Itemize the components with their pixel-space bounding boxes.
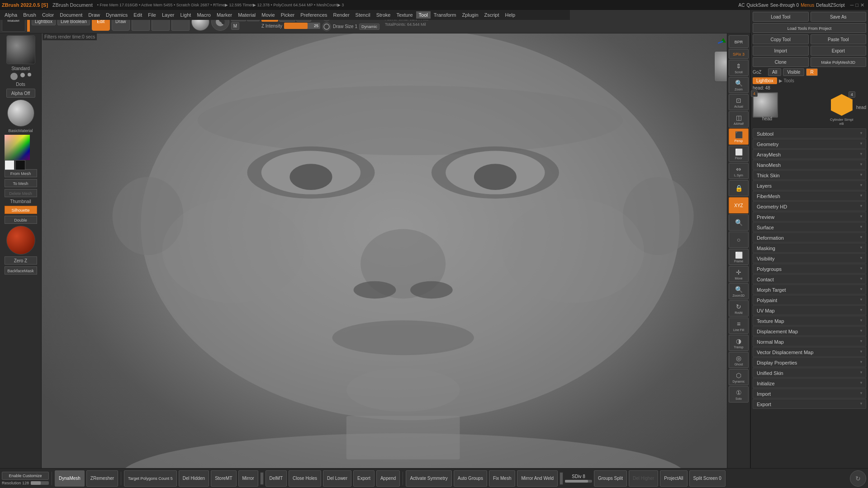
ac-label[interactable]: AC	[739, 3, 745, 8]
to-mesh-btn[interactable]: To Mesh	[5, 179, 37, 187]
tool-list-item-polypaint[interactable]: Polypaint▼	[753, 295, 866, 305]
del-mt-btn[interactable]: DelMT	[266, 470, 287, 487]
zero-z-btn[interactable]: Zero Z	[5, 256, 37, 265]
menu-stroke[interactable]: Stroke	[374, 11, 394, 19]
goz-r-btn[interactable]: R	[806, 68, 817, 76]
ghost-btn[interactable]: ◎ Ghost	[729, 352, 749, 368]
del-lower-btn[interactable]: Del Lower	[323, 470, 351, 487]
menu-tool[interactable]: Tool	[416, 11, 431, 19]
menu-stencil[interactable]: Stencil	[353, 11, 373, 19]
goz-all-btn[interactable]: All	[768, 68, 781, 76]
menu-zplugin[interactable]: Zplugin	[459, 11, 481, 19]
rotat-btn[interactable]: ↻ RotAt	[729, 300, 749, 317]
menu-picker[interactable]: Picker	[278, 11, 298, 19]
xyz-btn[interactable]: XYZ	[729, 197, 749, 213]
menus-btn[interactable]: Menus	[801, 3, 814, 8]
menu-zscript[interactable]: Zscript	[482, 11, 502, 19]
tool-list-item-visibility[interactable]: Visibility▼	[753, 253, 866, 263]
nav-orbit-btn[interactable]: ↻	[850, 470, 866, 487]
menu-light[interactable]: Light	[178, 11, 194, 19]
drawsize-icon[interactable]	[322, 22, 331, 31]
menu-color[interactable]: Color	[39, 11, 57, 19]
swatch-black[interactable]	[15, 160, 25, 170]
tool-list-item-geometry-hd[interactable]: Geometry HD▼	[753, 201, 866, 211]
delete-mesh-btn[interactable]: Delete Mesh	[5, 189, 37, 197]
material-sphere[interactable]	[7, 99, 34, 127]
tool-list-item-morph-target[interactable]: Morph Target▼	[753, 284, 866, 294]
menu-layer[interactable]: Layer	[159, 11, 177, 19]
color-picker[interactable]	[5, 135, 37, 167]
swatch-white[interactable]	[5, 160, 14, 170]
paste-tool-btn[interactable]: Paste Tool	[811, 34, 867, 44]
menu-texture[interactable]: Texture	[394, 11, 415, 19]
menu-draw[interactable]: Draw	[85, 11, 103, 19]
tool-list-item-export[interactable]: Export▼	[753, 399, 866, 409]
append-btn[interactable]: Append	[376, 470, 400, 487]
import-btn[interactable]: Import	[753, 46, 809, 56]
del-higher-btn[interactable]: Del Higher	[629, 470, 658, 487]
floor-btn[interactable]: ⬜ Floor	[729, 146, 749, 162]
tool-list-item-vector-displacement-map[interactable]: Vector Displacement Map▼	[753, 347, 866, 357]
project-all-btn[interactable]: ProjectAll	[660, 470, 687, 487]
lsym-btn[interactable]: ⇔ L.Sym	[729, 163, 749, 179]
circle-btn[interactable]: ○	[729, 232, 749, 248]
silhouette-btn[interactable]: Silhouette	[5, 206, 37, 214]
load-tool-btn[interactable]: Load Tool	[753, 12, 809, 22]
menu-brush[interactable]: Brush	[20, 11, 39, 19]
quicksave-btn[interactable]: QuickSave	[746, 3, 768, 8]
spix-btn[interactable]: SPix 3	[729, 49, 749, 59]
tool-list-item-geometry[interactable]: Geometry▼	[753, 139, 866, 149]
magnify-btn[interactable]: 🔍	[729, 214, 749, 231]
dynamic-btn[interactable]: Dynamic	[359, 24, 379, 30]
tool-list-item-preview[interactable]: Preview▼	[753, 212, 866, 222]
mirror-btn[interactable]: Mirror	[238, 470, 258, 487]
dynamesh-btn[interactable]: DynaMesh	[55, 470, 85, 487]
sdiv-slider[interactable]	[565, 480, 592, 483]
m-btn[interactable]: M	[231, 22, 239, 30]
make-polymesh-btn[interactable]: Make PolyMesh3D	[811, 57, 867, 67]
dynamic-3d-btn[interactable]: ⬡ Dynamic	[729, 369, 749, 385]
z-intensity-slider[interactable]: 25	[284, 23, 320, 29]
copy-tool-btn[interactable]: Copy Tool	[753, 34, 809, 44]
menu-preferences[interactable]: Preferences	[298, 11, 330, 19]
scroll-btn[interactable]: ⇕ Scroll	[729, 60, 749, 76]
tool-list-item-unified-skin[interactable]: Unified Skin▼	[753, 368, 866, 378]
del-hidden-btn[interactable]: Del Hidden	[179, 470, 209, 487]
menu-marker[interactable]: Marker	[214, 11, 235, 19]
persp-btn[interactable]: ⬛ Persp	[729, 128, 749, 145]
lock-btn[interactable]: 🔒	[729, 180, 749, 196]
close-btn[interactable]: ✕	[860, 2, 864, 8]
maximize-btn[interactable]: □	[855, 2, 859, 8]
defaultzscript-btn[interactable]: DefaultZScript	[816, 3, 844, 8]
double-btn[interactable]: Double	[5, 216, 37, 224]
tool-list-item-fibermesh[interactable]: FiberMesh▼	[753, 191, 866, 201]
tool-list-item-nanomesh[interactable]: NanoMesh▼	[753, 160, 866, 170]
fix-mesh-btn[interactable]: Fix Mesh	[489, 470, 516, 487]
lightbox-tools-btn[interactable]: Lightbox	[753, 77, 777, 84]
menu-alpha[interactable]: Alpha	[2, 11, 20, 19]
from-mesh-btn[interactable]: From Mesh	[5, 169, 37, 177]
tool-list-item-layers[interactable]: Layers▼	[753, 180, 866, 190]
store-mt-btn[interactable]: StoreMT	[211, 470, 236, 487]
tool-list-item-normal-map[interactable]: Normal Map▼	[753, 336, 866, 346]
alpha-off-btn[interactable]: Alpha Off	[6, 89, 35, 98]
move-3d-btn[interactable]: ✛ Move	[729, 266, 749, 282]
tool-list-item-displacement-map[interactable]: Displacement Map▼	[753, 326, 866, 336]
main-viewport[interactable]	[42, 33, 750, 468]
menu-dynamics[interactable]: Dynamics	[103, 11, 130, 19]
tool-list-item-contact[interactable]: Contact▼	[753, 274, 866, 284]
zremesher-btn[interactable]: ZRemesher	[86, 470, 118, 487]
bpr-btn[interactable]: BPR	[729, 35, 749, 48]
tool-list-item-arraymesh[interactable]: ArrayMesh▼	[753, 149, 866, 159]
backface-mask-btn[interactable]: BackfaceMask	[5, 266, 37, 275]
tool-list-item-display-properties[interactable]: Display Properties▼	[753, 357, 866, 367]
menu-macro[interactable]: Macro	[194, 11, 213, 19]
tool-list-item-subtool[interactable]: Subtool▼	[753, 128, 866, 138]
close-holes-btn[interactable]: Close Holes	[289, 470, 321, 487]
groups-split-btn[interactable]: Groups Split	[594, 470, 627, 487]
tool-list-item-thick-skin[interactable]: Thick Skin▼	[753, 170, 866, 180]
clone-btn[interactable]: Clone	[753, 57, 809, 67]
zoom3d-btn[interactable]: 🔍 Zoom3D	[729, 283, 749, 299]
tool-list-item-texture-map[interactable]: Texture Map▼	[753, 316, 866, 326]
menu-transform[interactable]: Transform	[431, 11, 459, 19]
